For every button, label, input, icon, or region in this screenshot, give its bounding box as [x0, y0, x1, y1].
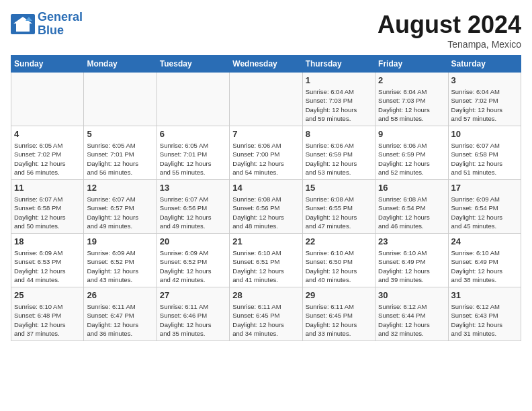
day-number: 9	[378, 128, 445, 140]
weekday-header: Tuesday	[157, 56, 229, 73]
calendar-week-row: 11Sunrise: 6:07 AM Sunset: 6:58 PM Dayli…	[11, 180, 521, 234]
day-number: 5	[87, 128, 153, 140]
location: Tenampa, Mexico	[378, 39, 521, 50]
calendar-cell	[157, 73, 229, 126]
day-info: Sunrise: 6:10 AM Sunset: 6:50 PM Dayligh…	[306, 248, 372, 284]
day-number: 27	[160, 289, 226, 302]
day-number: 24	[451, 236, 518, 248]
weekday-header: Monday	[84, 56, 157, 73]
calendar-cell: 7Sunrise: 6:06 AM Sunset: 7:00 PM Daylig…	[230, 126, 302, 180]
day-info: Sunrise: 6:09 AM Sunset: 6:52 PM Dayligh…	[87, 248, 153, 284]
calendar-cell: 2Sunrise: 6:04 AM Sunset: 7:03 PM Daylig…	[375, 73, 448, 126]
day-info: Sunrise: 6:04 AM Sunset: 7:02 PM Dayligh…	[451, 87, 518, 123]
weekday-header: Sunday	[11, 56, 84, 73]
day-number: 26	[87, 289, 153, 302]
day-number: 18	[14, 236, 81, 248]
day-info: Sunrise: 6:12 AM Sunset: 6:44 PM Dayligh…	[378, 302, 445, 338]
day-info: Sunrise: 6:10 AM Sunset: 6:49 PM Dayligh…	[451, 248, 518, 284]
day-info: Sunrise: 6:05 AM Sunset: 7:01 PM Dayligh…	[87, 141, 153, 177]
calendar-cell	[230, 73, 302, 126]
day-number: 22	[306, 236, 372, 248]
day-info: Sunrise: 6:09 AM Sunset: 6:53 PM Dayligh…	[14, 248, 81, 284]
calendar-week-row: 25Sunrise: 6:10 AM Sunset: 6:48 PM Dayli…	[11, 287, 521, 341]
day-number: 17	[451, 182, 518, 194]
calendar-cell: 15Sunrise: 6:08 AM Sunset: 6:55 PM Dayli…	[302, 180, 375, 234]
logo-icon	[11, 14, 35, 34]
calendar-cell: 13Sunrise: 6:07 AM Sunset: 6:56 PM Dayli…	[157, 180, 229, 234]
day-number: 10	[451, 128, 518, 140]
calendar-cell: 31Sunrise: 6:12 AM Sunset: 6:43 PM Dayli…	[448, 287, 521, 341]
weekday-header: Thursday	[302, 56, 375, 73]
calendar-header-row: SundayMondayTuesdayWednesdayThursdayFrid…	[11, 56, 521, 73]
day-number: 7	[232, 128, 299, 140]
day-number: 3	[451, 75, 518, 87]
calendar-cell: 10Sunrise: 6:07 AM Sunset: 6:58 PM Dayli…	[448, 126, 521, 180]
calendar-week-row: 1Sunrise: 6:04 AM Sunset: 7:03 PM Daylig…	[11, 73, 521, 126]
calendar-cell: 16Sunrise: 6:08 AM Sunset: 6:54 PM Dayli…	[375, 180, 448, 234]
day-number: 6	[160, 128, 226, 140]
day-info: Sunrise: 6:10 AM Sunset: 6:51 PM Dayligh…	[232, 248, 299, 284]
day-info: Sunrise: 6:09 AM Sunset: 6:52 PM Dayligh…	[160, 248, 226, 284]
day-number: 29	[306, 289, 372, 302]
day-number: 31	[451, 289, 518, 302]
calendar-cell: 5Sunrise: 6:05 AM Sunset: 7:01 PM Daylig…	[84, 126, 157, 180]
day-number: 12	[87, 182, 153, 194]
day-info: Sunrise: 6:08 AM Sunset: 6:55 PM Dayligh…	[306, 195, 372, 230]
day-info: Sunrise: 6:07 AM Sunset: 6:58 PM Dayligh…	[14, 195, 81, 230]
calendar-cell: 6Sunrise: 6:05 AM Sunset: 7:01 PM Daylig…	[157, 126, 229, 180]
calendar-cell: 19Sunrise: 6:09 AM Sunset: 6:52 PM Dayli…	[84, 234, 157, 287]
day-info: Sunrise: 6:05 AM Sunset: 7:02 PM Dayligh…	[14, 141, 81, 177]
logo-text: General Blue	[38, 11, 83, 38]
day-info: Sunrise: 6:11 AM Sunset: 6:46 PM Dayligh…	[160, 302, 226, 338]
day-info: Sunrise: 6:09 AM Sunset: 6:54 PM Dayligh…	[451, 195, 518, 230]
day-info: Sunrise: 6:06 AM Sunset: 6:59 PM Dayligh…	[306, 141, 372, 177]
calendar-cell: 1Sunrise: 6:04 AM Sunset: 7:03 PM Daylig…	[302, 73, 375, 126]
day-info: Sunrise: 6:07 AM Sunset: 6:57 PM Dayligh…	[87, 195, 153, 230]
day-number: 11	[14, 182, 81, 194]
day-number: 2	[378, 75, 445, 87]
day-info: Sunrise: 6:07 AM Sunset: 6:56 PM Dayligh…	[160, 195, 226, 230]
day-number: 16	[378, 182, 445, 194]
calendar-cell: 18Sunrise: 6:09 AM Sunset: 6:53 PM Dayli…	[11, 234, 84, 287]
calendar-cell: 24Sunrise: 6:10 AM Sunset: 6:49 PM Dayli…	[448, 234, 521, 287]
calendar-cell: 22Sunrise: 6:10 AM Sunset: 6:50 PM Dayli…	[302, 234, 375, 287]
calendar-cell: 20Sunrise: 6:09 AM Sunset: 6:52 PM Dayli…	[157, 234, 229, 287]
day-info: Sunrise: 6:11 AM Sunset: 6:47 PM Dayligh…	[87, 302, 153, 338]
calendar-cell	[11, 73, 84, 126]
day-info: Sunrise: 6:11 AM Sunset: 6:45 PM Dayligh…	[232, 302, 299, 338]
calendar-cell: 4Sunrise: 6:05 AM Sunset: 7:02 PM Daylig…	[11, 126, 84, 180]
logo: General Blue	[11, 11, 83, 38]
day-number: 28	[232, 289, 299, 302]
calendar-cell: 28Sunrise: 6:11 AM Sunset: 6:45 PM Dayli…	[230, 287, 302, 341]
calendar-cell: 25Sunrise: 6:10 AM Sunset: 6:48 PM Dayli…	[11, 287, 84, 341]
calendar-cell: 9Sunrise: 6:06 AM Sunset: 6:59 PM Daylig…	[375, 126, 448, 180]
calendar-cell	[84, 73, 157, 126]
day-info: Sunrise: 6:10 AM Sunset: 6:49 PM Dayligh…	[378, 248, 445, 284]
day-info: Sunrise: 6:04 AM Sunset: 7:03 PM Dayligh…	[306, 87, 372, 123]
day-number: 23	[378, 236, 445, 248]
calendar-cell: 17Sunrise: 6:09 AM Sunset: 6:54 PM Dayli…	[448, 180, 521, 234]
page-header: General Blue August 2024 Tenampa, Mexico	[11, 11, 521, 50]
day-number: 1	[306, 75, 372, 87]
day-info: Sunrise: 6:12 AM Sunset: 6:43 PM Dayligh…	[451, 302, 518, 338]
day-number: 30	[378, 289, 445, 302]
day-info: Sunrise: 6:05 AM Sunset: 7:01 PM Dayligh…	[160, 141, 226, 177]
calendar-cell: 23Sunrise: 6:10 AM Sunset: 6:49 PM Dayli…	[375, 234, 448, 287]
day-info: Sunrise: 6:11 AM Sunset: 6:45 PM Dayligh…	[306, 302, 372, 338]
day-info: Sunrise: 6:08 AM Sunset: 6:56 PM Dayligh…	[232, 195, 299, 230]
calendar-cell: 3Sunrise: 6:04 AM Sunset: 7:02 PM Daylig…	[448, 73, 521, 126]
calendar-cell: 8Sunrise: 6:06 AM Sunset: 6:59 PM Daylig…	[302, 126, 375, 180]
calendar-cell: 26Sunrise: 6:11 AM Sunset: 6:47 PM Dayli…	[84, 287, 157, 341]
day-info: Sunrise: 6:04 AM Sunset: 7:03 PM Dayligh…	[378, 87, 445, 123]
weekday-header: Saturday	[448, 56, 521, 73]
day-info: Sunrise: 6:06 AM Sunset: 6:59 PM Dayligh…	[378, 141, 445, 177]
day-number: 21	[232, 236, 299, 248]
calendar-cell: 11Sunrise: 6:07 AM Sunset: 6:58 PM Dayli…	[11, 180, 84, 234]
day-number: 4	[14, 128, 81, 140]
weekday-header: Wednesday	[230, 56, 302, 73]
weekday-header: Friday	[375, 56, 448, 73]
calendar-cell: 27Sunrise: 6:11 AM Sunset: 6:46 PM Dayli…	[157, 287, 229, 341]
calendar-cell: 29Sunrise: 6:11 AM Sunset: 6:45 PM Dayli…	[302, 287, 375, 341]
day-number: 13	[160, 182, 226, 194]
month-year: August 2024	[378, 11, 521, 39]
